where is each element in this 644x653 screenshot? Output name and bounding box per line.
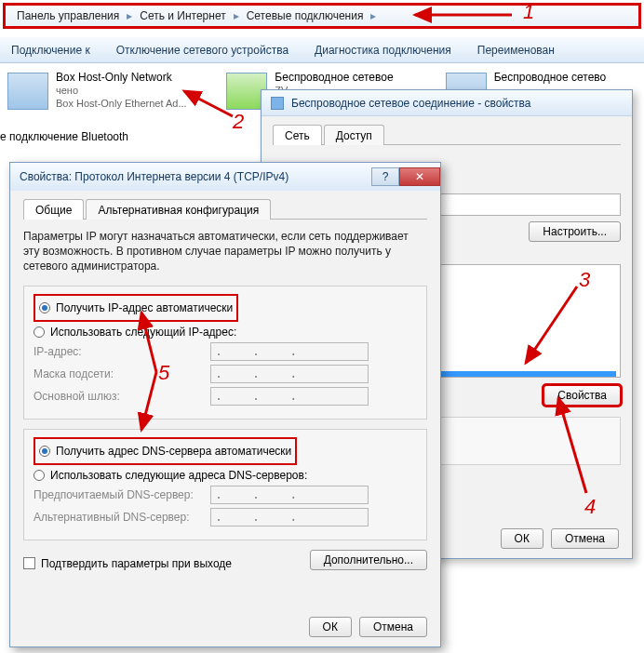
tab-strip: Сеть Доступ (273, 124, 621, 145)
network-icon (271, 97, 284, 110)
radio-icon (39, 302, 50, 313)
ok-button[interactable]: ОК (501, 528, 543, 549)
radio-ip-manual[interactable]: Использовать следующий IP-адрес: (34, 326, 417, 339)
ip-group: Получить IP-адрес автоматически Использо… (23, 286, 427, 420)
chevron-right-icon: ▸ (125, 9, 134, 22)
confirm-on-exit-checkbox[interactable]: Подтвердить параметры при выходе (23, 557, 232, 570)
connection-item-bluetooth[interactable]: е подключение Bluetooth (0, 130, 128, 143)
radio-ip-auto[interactable]: Получить IP-адрес автоматически (39, 301, 233, 314)
radio-icon (34, 326, 45, 338)
annotation-number-3: 3 (579, 268, 590, 292)
annotation-number-1: 1 (523, 0, 534, 24)
help-button[interactable]: ? (371, 167, 399, 186)
connection-item[interactable]: Box Host-Only Network чено Box Host-Only… (7, 71, 198, 156)
radio-icon (39, 446, 50, 457)
annotation-number-5: 5 (158, 361, 169, 385)
tab-access[interactable]: Доступ (324, 125, 384, 145)
configure-button[interactable]: Настроить... (529, 221, 621, 242)
close-button[interactable]: ✕ (399, 167, 440, 186)
radio-icon (34, 470, 45, 481)
annotation-number-4: 4 (584, 495, 596, 519)
connection-status: чено (56, 85, 187, 98)
dialog-titlebar: Беспроводное сетевое соединение - свойст… (262, 90, 632, 116)
subnet-mask-label: Маска подсети: (34, 367, 210, 380)
gateway-input[interactable] (210, 387, 369, 406)
ip-address-label: IP-адрес: (34, 345, 210, 358)
tab-strip: Общие Альтернативная конфигурация (23, 198, 427, 220)
dns1-input[interactable] (210, 486, 369, 504)
dialog-titlebar: Свойства: Протокол Интернета версии 4 (T… (10, 163, 440, 191)
breadcrumb-item[interactable]: Сеть и Интернет (134, 9, 231, 22)
dns2-input[interactable] (210, 508, 369, 526)
dialog-title: Беспроводное сетевое соединение - свойст… (291, 97, 531, 110)
ok-button[interactable]: ОК (309, 617, 352, 637)
chevron-right-icon: ▸ (232, 9, 241, 22)
annotation-number-2: 2 (233, 110, 244, 134)
command-bar: Подключение к Отключение сетевого устрой… (0, 37, 644, 63)
radio-dns-manual[interactable]: Использовать следующие адреса DNS-сервер… (34, 469, 417, 482)
toolbar-rename[interactable]: Переименован (477, 44, 555, 57)
cancel-button[interactable]: Отмена (359, 617, 427, 637)
subnet-mask-input[interactable] (210, 365, 369, 383)
tab-network[interactable]: Сеть (273, 125, 322, 145)
chevron-right-icon: ▸ (369, 9, 378, 22)
info-text: Параметры IP могут назначаться автоматич… (23, 229, 427, 274)
ip-address-input[interactable] (210, 342, 369, 361)
properties-button[interactable]: Свойства (543, 385, 621, 406)
dns2-label: Альтернативный DNS-сервер: (34, 511, 210, 524)
toolbar-diagnose[interactable]: Диагностика подключения (315, 44, 451, 57)
connection-name: Беспроводное сетево (494, 71, 607, 85)
breadcrumb-item[interactable]: Панель управления (11, 9, 125, 22)
checkbox-icon (23, 557, 35, 569)
dns-group: Получить адрес DNS-сервера автоматически… (23, 429, 427, 540)
tab-alternate[interactable]: Альтернативная конфигурация (86, 199, 271, 220)
breadcrumb-bar: Панель управления ▸ Сеть и Интернет ▸ Се… (3, 3, 641, 29)
tab-general[interactable]: Общие (23, 199, 84, 220)
toolbar-connect[interactable]: Подключение к (11, 44, 90, 57)
connection-name: Box Host-Only Network (56, 71, 187, 85)
connection-adapter: Box Host-Only Ethernet Ad... (56, 98, 187, 111)
dns1-label: Предпочитаемый DNS-сервер: (34, 488, 210, 501)
dialog-title: Свойства: Протокол Интернета версии 4 (T… (20, 170, 288, 183)
dialog-ipv4-properties: Свойства: Протокол Интернета версии 4 (T… (9, 162, 441, 647)
gateway-label: Основной шлюз: (34, 390, 210, 403)
network-adapter-icon (7, 73, 48, 110)
cancel-button[interactable]: Отмена (551, 528, 619, 549)
toolbar-disable[interactable]: Отключение сетевого устройства (116, 44, 288, 57)
radio-dns-auto[interactable]: Получить адрес DNS-сервера автоматически (39, 445, 291, 458)
connection-name: Беспроводное сетевое (275, 71, 393, 85)
breadcrumb-item[interactable]: Сетевые подключения (241, 9, 369, 22)
advanced-button[interactable]: Дополнительно... (310, 550, 427, 570)
